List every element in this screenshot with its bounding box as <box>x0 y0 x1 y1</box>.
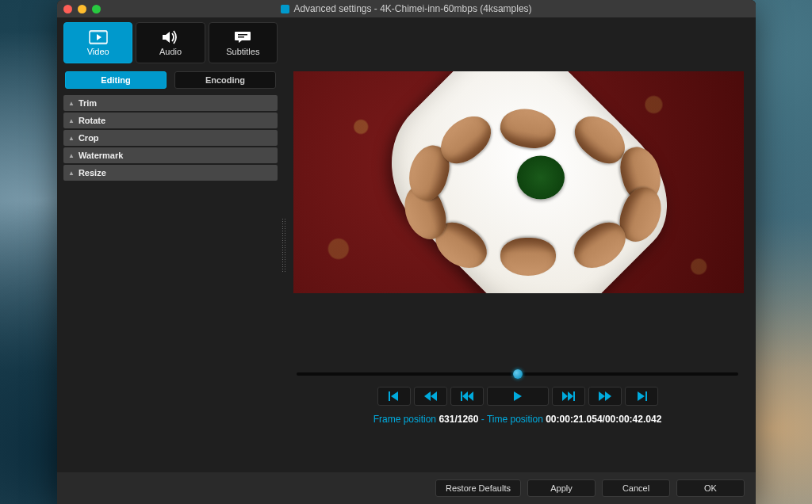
tab-audio-label: Audio <box>159 47 182 56</box>
bottom-bar: Restore Defaults Apply Cancel OK <box>57 472 756 504</box>
video-icon <box>89 29 108 45</box>
go-to-end-button[interactable] <box>625 387 658 406</box>
transport-controls <box>289 387 746 406</box>
titlebar: Advanced settings - 4K-Chimei-inn-60mbps… <box>57 0 756 17</box>
play-button[interactable] <box>487 387 549 406</box>
section-crop-label: Crop <box>79 133 99 143</box>
tab-subtitles[interactable]: Subtitles <box>209 22 278 63</box>
chevron-up-icon: ▲ <box>68 152 75 159</box>
section-trim-label: Trim <box>79 98 97 108</box>
svg-marker-16 <box>568 391 573 401</box>
section-rotate-label: Rotate <box>79 116 105 125</box>
subtab-encoding[interactable]: Encoding <box>174 71 276 89</box>
svg-marker-4 <box>163 32 170 43</box>
seek-knob[interactable] <box>513 369 523 379</box>
svg-marker-20 <box>638 391 645 401</box>
window-title-text: Advanced settings - 4K-Chimei-inn-60mbps… <box>293 3 531 14</box>
traffic-lights <box>63 5 101 13</box>
section-watermark-label: Watermark <box>79 151 123 160</box>
sections: ▲Trim ▲Rotate ▲Crop ▲Watermark ▲Resize <box>63 95 278 181</box>
sidebar: Video Audio Subtitles Editing Enco <box>57 17 284 504</box>
sub-tabs: Editing Encoding <box>63 71 278 89</box>
svg-marker-19 <box>605 391 611 401</box>
minimize-button[interactable] <box>78 5 86 13</box>
svg-marker-8 <box>391 391 398 401</box>
tab-subtitles-label: Subtitles <box>226 47 259 56</box>
section-watermark[interactable]: ▲Watermark <box>63 147 278 163</box>
section-trim[interactable]: ▲Trim <box>63 95 278 111</box>
preview-image-garnish <box>517 156 565 200</box>
step-back-button[interactable] <box>450 387 484 406</box>
frame-position-value: 631/1260 <box>439 414 478 425</box>
fast-forward-button[interactable] <box>588 387 622 406</box>
restore-defaults-button[interactable]: Restore Defaults <box>435 479 521 497</box>
svg-rect-6 <box>238 36 244 38</box>
svg-marker-14 <box>514 391 522 401</box>
section-resize[interactable]: ▲Resize <box>63 165 278 181</box>
close-button[interactable] <box>63 5 72 13</box>
svg-marker-9 <box>424 391 431 401</box>
time-position-value: 00:00:21.054/00:00:42.042 <box>546 414 661 425</box>
tab-video-label: Video <box>87 47 109 56</box>
svg-marker-15 <box>562 391 568 401</box>
chevron-up-icon: ▲ <box>68 100 75 107</box>
chevron-up-icon: ▲ <box>68 135 75 142</box>
fast-rewind-button[interactable] <box>414 387 447 406</box>
main-tabs: Video Audio Subtitles <box>63 22 278 63</box>
subtab-editing[interactable]: Editing <box>65 71 167 89</box>
svg-rect-11 <box>461 391 462 401</box>
svg-marker-10 <box>431 391 437 401</box>
subtitles-icon <box>233 29 252 45</box>
frame-position-label: Frame position <box>373 414 436 425</box>
svg-marker-13 <box>468 391 473 401</box>
go-to-start-button[interactable] <box>377 387 411 406</box>
section-rotate[interactable]: ▲Rotate <box>63 113 278 128</box>
tab-video[interactable]: Video <box>63 22 132 63</box>
maximize-button[interactable] <box>92 5 101 13</box>
chevron-up-icon: ▲ <box>68 170 75 177</box>
svg-rect-7 <box>389 391 390 401</box>
svg-marker-1 <box>97 34 102 40</box>
app-icon <box>281 5 289 13</box>
cancel-button[interactable]: Cancel <box>602 479 670 497</box>
position-separator: - <box>481 414 485 425</box>
app-window: Advanced settings - 4K-Chimei-inn-60mbps… <box>57 0 756 504</box>
position-info: Frame position 631/1260 - Time position … <box>289 414 746 425</box>
svg-marker-18 <box>599 391 605 401</box>
apply-button[interactable]: Apply <box>527 479 596 497</box>
svg-rect-5 <box>238 34 247 36</box>
svg-rect-17 <box>573 391 575 401</box>
seek-bar[interactable] <box>297 372 738 376</box>
audio-icon <box>161 29 180 45</box>
svg-rect-2 <box>90 30 107 32</box>
section-crop[interactable]: ▲Crop <box>63 130 278 146</box>
tab-audio[interactable]: Audio <box>136 22 205 63</box>
video-preview <box>293 71 744 293</box>
chevron-up-icon: ▲ <box>68 117 75 124</box>
content-area: Video Audio Subtitles Editing Enco <box>57 17 756 504</box>
ok-button[interactable]: OK <box>676 479 745 497</box>
time-position-label: Time position <box>487 414 543 425</box>
preview-pane: Frame position 631/1260 - Time position … <box>284 17 756 504</box>
step-forward-button[interactable] <box>552 387 585 406</box>
window-title: Advanced settings - 4K-Chimei-inn-60mbps… <box>57 3 756 14</box>
section-resize-label: Resize <box>79 168 106 178</box>
svg-marker-12 <box>462 391 468 401</box>
svg-rect-21 <box>645 391 647 401</box>
preview-image-detail <box>500 238 556 276</box>
svg-rect-3 <box>90 42 107 44</box>
